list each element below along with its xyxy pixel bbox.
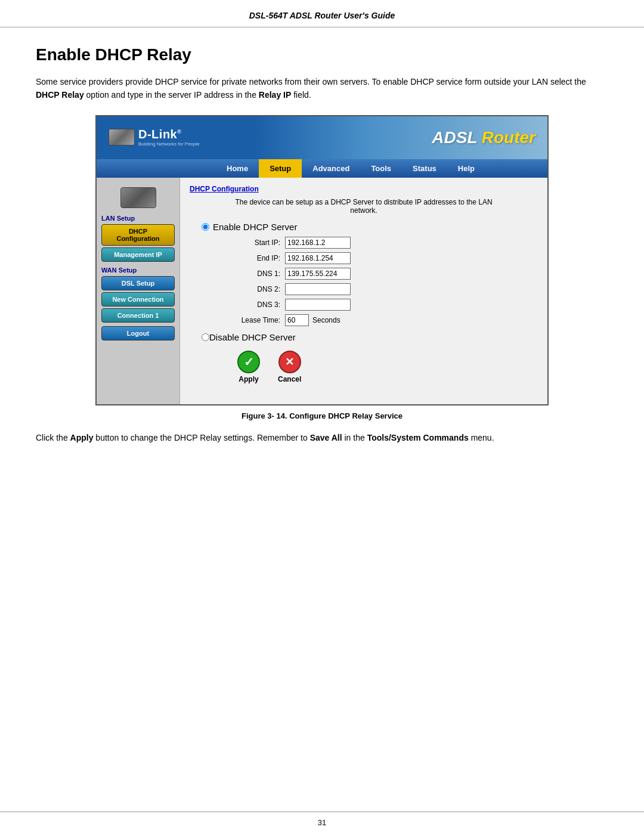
- apply-label: Apply: [239, 375, 258, 383]
- dlink-name-text: D-Link®: [138, 128, 200, 141]
- disable-dhcp-server-radio[interactable]: [202, 333, 209, 341]
- figure-caption: Figure 3- 14. Configure DHCP Relay Servi…: [36, 411, 608, 420]
- nav-tools[interactable]: Tools: [360, 159, 402, 178]
- dlink-tagline: Building Networks for People: [138, 141, 200, 147]
- router-header: D-Link® Building Networks for People ADS…: [97, 116, 547, 159]
- content-area: Enable DHCP Relay Some service providers…: [0, 27, 644, 812]
- nav-help[interactable]: Help: [447, 159, 485, 178]
- body-text-below-figure: Click the Apply button to change the DHC…: [36, 431, 608, 444]
- end-ip-label: End IP:: [237, 254, 285, 262]
- router-nav: Home Setup Advanced Tools Status Help: [97, 159, 547, 178]
- section-title: DHCP Configuration: [190, 185, 538, 193]
- dhcp-fields-group: Start IP: End IP: DNS 1:: [237, 237, 526, 326]
- router-brand: ADSL Router: [432, 128, 535, 147]
- start-ip-row: Start IP:: [237, 237, 526, 249]
- action-buttons: ✓ Apply ✕ Cancel: [237, 351, 526, 383]
- cancel-button-wrap[interactable]: ✕ Cancel: [278, 351, 301, 383]
- nav-advanced[interactable]: Advanced: [302, 159, 360, 178]
- start-ip-input[interactable]: [285, 237, 351, 249]
- sidebar-btn-logout[interactable]: Logout: [101, 326, 175, 340]
- lease-time-unit: Seconds: [312, 316, 340, 324]
- start-ip-label: Start IP:: [237, 239, 285, 247]
- doc-header: DSL-564T ADSL Router User's Guide: [0, 0, 644, 27]
- dns3-label: DNS 3:: [237, 301, 285, 309]
- dns1-row: DNS 1:: [237, 268, 526, 280]
- router-body: LAN Setup DHCP Configuration Management …: [97, 178, 547, 404]
- router-main-panel: DHCP Configuration The device can be set…: [180, 178, 547, 404]
- sidebar-wan-label: WAN Setup: [101, 267, 175, 274]
- dns3-input[interactable]: [285, 299, 351, 311]
- sidebar-device: [101, 187, 175, 210]
- enable-dhcp-server-radio[interactable]: [202, 223, 209, 231]
- sidebar-btn-dsl-setup[interactable]: DSL Setup: [101, 276, 175, 290]
- disable-dhcp-server-row: Disable DHCP Server: [202, 332, 526, 342]
- apply-button-wrap[interactable]: ✓ Apply: [237, 351, 260, 383]
- doc-footer: 31: [0, 812, 644, 833]
- header-title: DSL-564T ADSL Router User's Guide: [249, 11, 395, 20]
- end-ip-input[interactable]: [285, 252, 351, 264]
- apply-button-icon[interactable]: ✓: [237, 351, 260, 373]
- sidebar-btn-management-ip[interactable]: Management IP: [101, 247, 175, 262]
- lease-time-input[interactable]: [285, 314, 309, 326]
- intro-paragraph: Some service providers provide DHCP serv…: [36, 75, 608, 102]
- cancel-button-icon[interactable]: ✕: [278, 351, 301, 373]
- device-icon: [120, 187, 156, 208]
- dns1-label: DNS 1:: [237, 270, 285, 278]
- dns2-label: DNS 2:: [237, 285, 285, 293]
- lease-time-label: Lease Time:: [237, 316, 285, 324]
- page-number: 31: [318, 818, 326, 827]
- dns1-input[interactable]: [285, 268, 351, 280]
- router-sidebar: LAN Setup DHCP Configuration Management …: [97, 178, 180, 404]
- cancel-label: Cancel: [278, 375, 301, 383]
- x-icon: ✕: [285, 355, 294, 368]
- dlink-logo: D-Link® Building Networks for People: [109, 128, 200, 148]
- end-ip-row: End IP:: [237, 252, 526, 264]
- checkmark-icon: ✓: [244, 355, 254, 369]
- form-area: Enable DHCP Server Start IP: End IP:: [190, 222, 538, 383]
- sidebar-lan-label: LAN Setup: [101, 215, 175, 222]
- router-ui-screenshot: D-Link® Building Networks for People ADS…: [95, 115, 549, 405]
- dns3-row: DNS 3:: [237, 299, 526, 311]
- nav-setup[interactable]: Setup: [259, 159, 302, 178]
- description-text: The device can be setup as a DHCP Server…: [190, 198, 538, 215]
- sidebar-btn-connection1[interactable]: Connection 1: [101, 308, 175, 323]
- nav-home[interactable]: Home: [216, 159, 259, 178]
- sidebar-btn-dhcp-config[interactable]: DHCP Configuration: [101, 224, 175, 246]
- dns2-input[interactable]: [285, 283, 351, 295]
- dns2-row: DNS 2:: [237, 283, 526, 295]
- page-title: Enable DHCP Relay: [36, 45, 608, 64]
- enable-dhcp-label: Enable DHCP Server: [213, 222, 297, 232]
- enable-dhcp-server-row: Enable DHCP Server: [202, 222, 526, 232]
- disable-dhcp-label: Disable DHCP Server: [209, 332, 296, 342]
- nav-status[interactable]: Status: [402, 159, 447, 178]
- sidebar-btn-new-connection[interactable]: New Connection: [101, 292, 175, 306]
- lease-time-row: Lease Time: Seconds: [237, 314, 526, 326]
